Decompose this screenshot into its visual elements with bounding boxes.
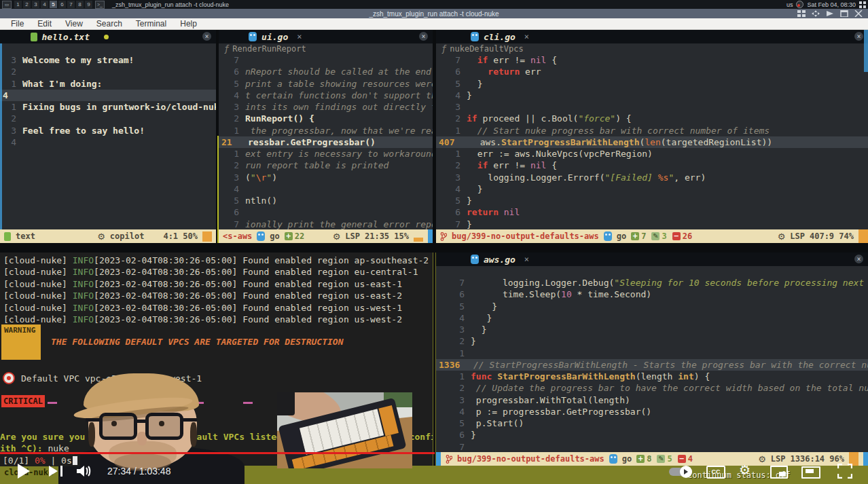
pane-close-icon[interactable]: × [854,255,863,263]
code-line: 2 if err != nil { [436,160,868,171]
sideburn [190,422,197,447]
menu-edit[interactable]: Edit [31,19,58,29]
editor-pane-cli-go: cli.go × × ƒ nukeDefaultVpcs 7 if err !=… [436,30,868,243]
menu-search[interactable]: Search [90,19,129,29]
tab-aws-go[interactable]: aws.go × [471,255,529,265]
menu-terminal[interactable]: Terminal [129,19,173,29]
miniplayer-button[interactable] [770,466,788,479]
settings-gear-icon[interactable]: ⚙ [739,462,751,477]
workspace-grid-icon[interactable] [859,1,866,8]
clock[interactable]: Sat Feb 04, 08:30 [807,1,856,8]
code-line: 2} [436,335,868,347]
scrollbar-indicator[interactable] [428,229,433,243]
code-line: 5} [436,195,868,206]
move-icon[interactable] [812,10,820,17]
editor-pane-hello: hello.txt × 3Welcome to my stream!21What… [0,30,216,243]
code-line: 1 err := aws.NukeVpcs(vpcPerRegion) [436,148,868,160]
pane-close-icon[interactable]: × [854,32,863,41]
warning-message: THE FOLLOWING DEFAULT VPCS ARE TARGETED … [51,337,343,347]
autoplay-toggle[interactable] [669,468,692,476]
statusline-accent-block [202,231,212,242]
code-line: 1 [436,348,868,359]
code-area[interactable]: 7 logging.Logger.Debug("Sleeping for 10 … [436,277,868,453]
pane-separator[interactable] [433,253,436,484]
workspace-button-2[interactable]: 2 [23,1,31,8]
keyboard-video-overlay [277,392,412,468]
git-branch-label: <s-aws [223,231,252,241]
code-line: 2 [0,66,216,77]
go-icon [249,32,257,41]
theater-mode-button[interactable] [801,466,820,479]
code-line: 4 p := progressbar.GetProgressbar() [436,406,868,417]
code-area[interactable]: 3Welcome to my stream!21What I'm doing:4… [0,54,216,148]
tabline: cli.go × × [436,30,868,43]
tab-close-icon[interactable]: × [524,255,529,264]
git-branch-icon [440,232,447,241]
workspace-button-4[interactable]: 4 [41,1,48,8]
workspace-button-7[interactable]: 7 [67,1,75,8]
pane-separator[interactable] [433,30,436,243]
keyboard-layout-indicator[interactable]: us [786,1,793,8]
menu-file[interactable]: File [4,19,31,29]
tabline: hello.txt × [0,30,216,43]
git-diff-badges: +22 [285,231,306,241]
tab-close-icon[interactable]: × [297,32,302,41]
lang-label: go [617,231,626,241]
system-tray: us Sat Feb 04, 08:30 [786,1,868,8]
menu-bar: FileEditViewSearchTerminalHelp [0,18,868,30]
statusline-accent-block [414,238,423,242]
code-line: 1336// StartProgressBarWithLength - Star… [436,359,868,371]
tabline: aws.go × × [436,253,868,266]
tab-cli-go[interactable]: cli.go × [471,32,529,42]
workspace-switcher: 123456789 [14,1,93,8]
tab-hello-txt[interactable]: hello.txt [31,32,109,42]
code-area[interactable]: 7 if err != nil {6 return err5 }4}32if p… [436,54,868,230]
workspace-button-1[interactable]: 1 [14,1,22,8]
captions-button[interactable]: CC [706,466,725,479]
recorder-icon[interactable] [796,1,803,8]
gear-icon: ⚙ [97,231,105,242]
menu-help[interactable]: Help [173,19,204,29]
code-line: 1 the progressbar, now that we're ready … [219,125,433,136]
code-line: 5 } [436,78,868,90]
glasses-temple [86,418,101,422]
code-line: 5ntln() [219,195,433,206]
code-line: 3 } [436,324,868,335]
workspace-button-9[interactable]: 9 [85,1,92,8]
volume-icon[interactable] [77,465,93,477]
active-pane-accent [217,136,219,243]
close-window-icon[interactable] [854,10,863,17]
workspace-button-3[interactable]: 3 [32,1,39,8]
workspace-button-6[interactable]: 6 [58,1,66,8]
gadget [277,392,295,415]
menu-view[interactable]: View [58,19,90,29]
code-line: 407 aws.StartProgressBarWithLength(len(t… [436,136,868,148]
scrollbar-indicator[interactable] [864,30,868,72]
glasses-temple [182,418,197,422]
tab-ui-go[interactable]: ui.go × [249,32,302,42]
next-button[interactable] [49,466,62,479]
code-area[interactable]: 76nReport should be called at the end of… [219,54,433,230]
file-icon [4,232,11,241]
breadcrumb: ƒ nukeDefaultVpcs [436,43,868,54]
play-button[interactable] [18,464,30,479]
tab-close-icon[interactable]: × [524,32,529,41]
tabline: ui.go × × [219,30,433,43]
pin-icon[interactable] [826,10,834,17]
code-line: 2 [0,113,216,124]
maximize-icon[interactable] [840,10,848,17]
taskbar-window-title[interactable]: _zsh_tmux_plugin_run attach -t cloud-nuk… [112,1,229,8]
log-line: [cloud-nuke] INFO[2023-02-04T08:30:26-05… [0,266,433,278]
workspace-button-5[interactable]: 5 [50,1,57,8]
code-line: 4 } [436,312,868,324]
code-line: 4 [0,136,216,148]
statusline-accent-block [858,229,868,243]
code-line: 7 logging.Logger.Debug("Sleeping for 10 … [436,277,868,288]
workspace-button-8[interactable]: 8 [76,1,84,8]
scrollbar-indicator[interactable] [0,43,2,229]
pane-close-icon[interactable]: × [202,32,211,41]
fullscreen-button[interactable] [837,464,852,479]
log-line: [cloud-nuke] INFO[2023-02-04T08:30:26-05… [0,255,433,266]
pane-close-icon[interactable]: × [419,32,428,41]
tile-icon[interactable] [797,10,806,17]
